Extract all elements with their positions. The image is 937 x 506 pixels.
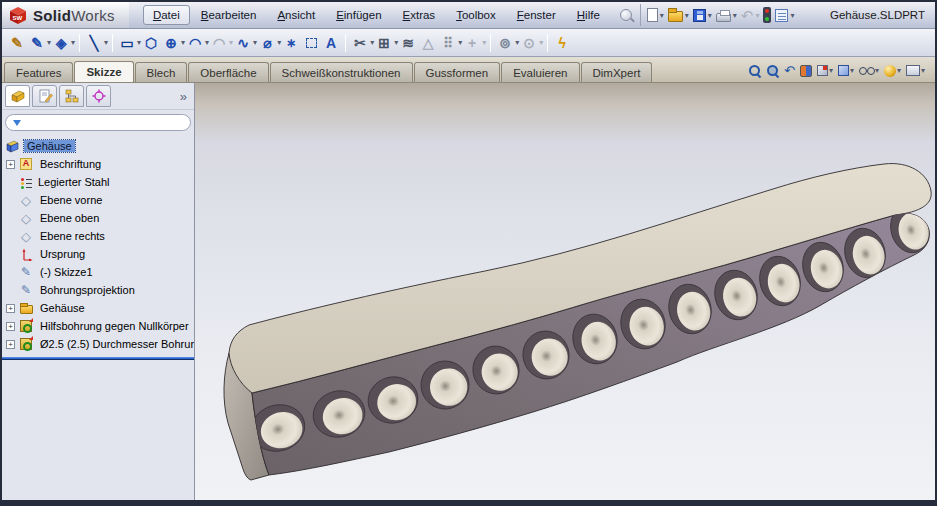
previous-view-button[interactable]: ↶ [784,64,795,77]
tab-dimxpertmanager[interactable] [86,85,111,107]
menu-hilfe[interactable]: Hilfe [567,5,610,25]
trim-entities-icon[interactable]: ✂ [350,33,370,53]
save-button[interactable]: ▾ [693,9,712,22]
section-view-button[interactable] [800,65,812,77]
rollback-bar[interactable] [2,357,194,360]
dropdown-caret-icon[interactable]: ▾ [897,66,901,75]
expand-toggle[interactable]: + [6,160,15,169]
appearances-button[interactable]: ▾ [884,65,901,77]
dropdown-caret-icon[interactable]: ▾ [790,11,794,20]
dropdown-caret-icon[interactable]: ▾ [875,66,879,75]
tree-item-hilfsbohrung[interactable]: + Hilfsbohrung gegen Nullkörper [2,317,194,335]
menu-fenster[interactable]: Fenster [507,5,566,25]
tree-root-gehaeuse[interactable]: Gehäuse [2,137,194,155]
expand-toggle[interactable]: + [6,304,15,313]
tab-gussformen[interactable]: Gussformen [414,62,501,82]
menu-bearbeiten[interactable]: Bearbeiten [191,5,267,25]
sketch-icon[interactable]: ✎ [27,33,47,53]
tree-item-label: Bohrungsprojektion [37,284,138,296]
tree-item-ebene-vorne[interactable]: ◇ Ebene vorne [2,191,194,209]
circle-icon[interactable]: ⊕ [161,33,181,53]
selection-box-icon[interactable] [301,33,321,53]
zoom-to-area-button[interactable] [766,64,779,77]
tree-item-label: Beschriftung [37,158,104,170]
offset-entities-icon[interactable]: ≋ [398,33,418,53]
model-canvas[interactable] [195,83,937,500]
3d-sketch-icon[interactable]: ✎ [7,33,27,53]
tree-item-material[interactable]: Legierter Stahl [2,173,194,191]
menu-extras[interactable]: Extras [393,5,446,25]
options-button[interactable]: ▾ [775,9,794,22]
rebuild-traffic-light-icon [763,7,771,23]
point-icon[interactable]: ∗ [281,33,301,53]
gehaeuse-model[interactable] [224,164,935,480]
sketch-picture-icon[interactable]: ϟ [552,33,572,53]
tab-features[interactable]: Features [4,62,73,82]
tab-featuremanager-tree[interactable] [5,85,30,107]
convert-entities-icon[interactable]: ⊞ [374,33,394,53]
hide-show-items-button[interactable]: ▾ [859,66,879,75]
tab-propertymanager[interactable] [32,85,57,107]
display-style-button[interactable]: ▾ [838,65,854,76]
svg-text:SW: SW [13,15,23,21]
print-button[interactable]: ▾ [716,9,737,22]
dropdown-caret-icon[interactable]: ▾ [921,66,925,75]
linear-sketch-pattern-icon[interactable]: ⠿ [438,33,458,53]
line-icon[interactable]: ╲ [84,33,104,53]
dropdown-caret-icon[interactable]: ▾ [733,11,737,20]
tab-oberflaeche[interactable]: Oberfläche [188,62,268,82]
panel-overflow-chevrons[interactable]: » [180,89,191,104]
centerpoint-arc-icon[interactable]: ◠ [185,33,205,53]
tab-blech[interactable]: Blech [135,62,188,82]
tab-evaluieren[interactable]: Evaluieren [501,62,579,82]
filter-input[interactable] [26,117,183,128]
graphics-viewport[interactable] [195,83,935,500]
rebuild-button[interactable] [763,7,771,23]
tree-item-skizze1[interactable]: ✎ (-) Skizze1 [2,263,194,281]
tab-configurationmanager[interactable] [59,85,84,107]
menu-einfuegen[interactable]: Einfügen [326,5,391,25]
view-orientation-button[interactable]: ▾ [817,65,833,76]
polygon-icon[interactable]: ⬡ [141,33,161,53]
ellipse-icon[interactable]: ⌀ [257,33,277,53]
pushpin-icon[interactable] [620,9,632,21]
dropdown-caret-icon[interactable]: ▾ [104,38,108,47]
menu-datei[interactable]: Datei [143,5,190,25]
rectangle-icon[interactable]: ▭ [117,33,137,53]
menu-ansicht[interactable]: Ansicht [267,5,325,25]
dropdown-caret-icon[interactable]: ▾ [850,66,854,75]
apply-scene-button[interactable]: ▾ [906,65,925,76]
sketch-text-icon[interactable]: A [321,33,341,53]
dropdown-caret-icon[interactable]: ▾ [71,38,75,47]
dropdown-caret-icon[interactable]: ▾ [829,66,833,75]
feature-tree: Gehäuse + Beschriftung Legierter Stahl ◇… [2,135,194,360]
dropdown-caret-icon[interactable]: ▾ [660,11,664,20]
display-relations-icon[interactable]: ⊚ [495,33,515,53]
zoom-to-fit-button[interactable] [748,64,761,77]
tree-item-ebene-oben[interactable]: ◇ Ebene oben [2,209,194,227]
tree-item-durchmesser-bohrung[interactable]: + Ø2.5 (2.5) Durchmesser Bohrur [2,335,194,353]
sketch-toolbar: ✎ ✎ ▾ ◈ ▾ ╲ ▾ ▭ ▾ ⬡ ⊕ ▾ ◠ ▾ ◠ ▾ ∿ ▾ ⌀ ▾ … [2,29,935,57]
tab-schweisskonstruktionen[interactable]: Schweißkonstruktionen [270,62,413,82]
tab-skizze[interactable]: Skizze [74,61,133,82]
dropdown-caret-icon[interactable]: ▾ [708,11,712,20]
open-button[interactable]: ▾ [668,9,689,22]
undo-button[interactable]: ↶▾ [741,9,760,22]
new-document-button[interactable]: ▾ [647,8,664,22]
brand: SW SolidWorks [2,2,129,28]
expand-toggle[interactable]: + [6,322,15,331]
tab-dimxpert[interactable]: DimXpert [581,62,653,82]
menu-toolbox[interactable]: Toolbox [446,5,506,25]
tree-item-ursprung[interactable]: Ursprung [2,245,194,263]
expand-toggle[interactable]: + [6,340,15,349]
tree-item-beschriftung[interactable]: + Beschriftung [2,155,194,173]
tree-item-bohrungsprojektion[interactable]: ✎ Bohrungsprojektion [2,281,194,299]
sketch-icon: ✎ [19,265,33,279]
smart-dimension-icon[interactable]: ◈ [51,33,71,53]
tree-root-label: Gehäuse [24,140,75,152]
spline-icon[interactable]: ∿ [233,33,253,53]
tree-item-gehaeuse-folder[interactable]: + Gehäuse [2,299,194,317]
dropdown-caret-icon[interactable]: ▾ [685,11,689,20]
tree-item-ebene-rechts[interactable]: ◇ Ebene rechts [2,227,194,245]
zoom-to-area-icon [766,64,779,77]
